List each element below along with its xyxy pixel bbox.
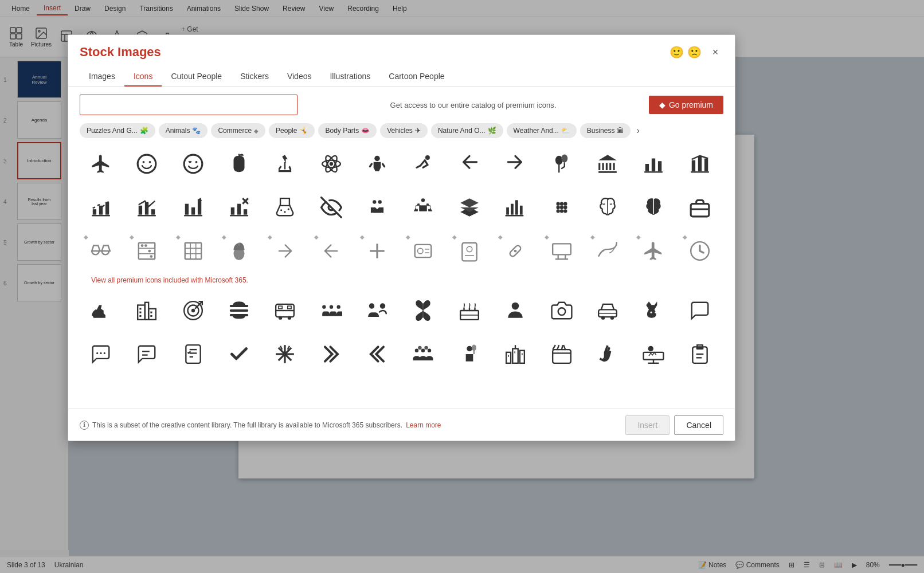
icon-premium-id-card[interactable]: ◆ [402, 230, 444, 272]
icon-brain[interactable] [586, 186, 629, 229]
icon-burger[interactable] [218, 289, 260, 332]
icon-premium-glasses[interactable]: ◆ [80, 230, 122, 272]
icon-recycle[interactable] [264, 143, 306, 185]
icon-bar-chart-1[interactable] [632, 143, 675, 185]
icon-double-chevron-right[interactable] [310, 333, 353, 375]
cat-business[interactable]: Business 🏛 [580, 123, 631, 138]
tab-cutout-people[interactable]: Cutout People [162, 67, 231, 87]
icon-balloons[interactable] [541, 143, 583, 185]
close-button[interactable]: × [707, 44, 723, 60]
icon-bar-chart-down[interactable] [80, 186, 122, 229]
icon-apple[interactable] [218, 143, 260, 185]
icon-baby[interactable] [356, 143, 398, 185]
icon-double-chevron-left[interactable] [356, 333, 398, 375]
icon-arrow-back[interactable] [448, 143, 491, 185]
icon-cake[interactable] [448, 289, 491, 332]
icon-person-balloon[interactable] [448, 333, 491, 375]
icon-bar-chart-mixed[interactable] [126, 186, 168, 229]
tab-cartoon-people[interactable]: Cartoon People [379, 67, 453, 87]
premium-link[interactable]: View all premium icons included with Mic… [91, 276, 248, 284]
icon-premium-abacus[interactable]: ◆ [126, 230, 168, 272]
tab-illustrations[interactable]: Illustrations [320, 67, 379, 87]
thumbs-up-icon[interactable]: 🙂 [669, 45, 684, 59]
tab-icons[interactable]: Icons [124, 67, 162, 87]
cat-vehicles[interactable]: Vehicles ✈ [380, 123, 428, 138]
icon-stack[interactable] [448, 186, 491, 229]
icon-meeting[interactable] [356, 186, 398, 229]
icon-person-crawling[interactable] [402, 143, 444, 185]
icon-person-silhouette[interactable] [494, 289, 537, 332]
premium-button[interactable]: ◆ Go premium [649, 96, 723, 114]
icon-group-medium[interactable] [356, 289, 398, 332]
icon-bar-chart-2[interactable] [679, 143, 721, 185]
icon-airplane[interactable] [80, 143, 122, 185]
icon-bar-chart-3[interactable] [494, 186, 537, 229]
icon-premium-field[interactable]: ◆ [586, 230, 629, 272]
cancel-button[interactable]: Cancel [674, 415, 723, 435]
icon-checklist[interactable] [172, 333, 214, 375]
icon-premium-bandage[interactable]: ◆ [494, 230, 537, 272]
icon-butterfly[interactable] [402, 289, 444, 332]
icon-checkmark[interactable] [218, 333, 260, 375]
search-input[interactable] [80, 95, 297, 115]
icon-clapping-hands[interactable] [586, 333, 629, 375]
icon-premium-arrow-left[interactable]: ◆ [310, 230, 353, 272]
icon-chat-dots[interactable] [80, 333, 122, 375]
lips-icon: 👄 [361, 127, 370, 135]
icon-chat-dots-2[interactable] [126, 333, 168, 375]
svg-point-56 [373, 200, 376, 203]
icon-premium-airplane-2[interactable]: ◆ [632, 230, 675, 272]
category-chevron-right[interactable]: › [634, 123, 641, 138]
tab-videos[interactable]: Videos [278, 67, 321, 87]
icon-chart-x[interactable] [218, 186, 260, 229]
icon-premium-id-card-2[interactable]: ◆ [448, 230, 491, 272]
icon-group-many[interactable] [310, 289, 353, 332]
icon-car[interactable] [586, 289, 629, 332]
icon-target[interactable] [172, 289, 214, 332]
icon-eye-crossed[interactable] [310, 186, 353, 229]
icon-city-skyline[interactable] [494, 333, 537, 375]
icon-briefcase[interactable] [679, 186, 721, 229]
icon-bank[interactable] [586, 143, 629, 185]
icon-chart-arrow[interactable] [172, 186, 214, 229]
icon-clapperboard[interactable] [541, 333, 583, 375]
icon-large-group[interactable] [402, 333, 444, 375]
thumbs-down-icon[interactable]: 🙁 [687, 45, 702, 59]
icon-premium-clock[interactable]: ◆ [679, 230, 721, 272]
icon-chat-bubble[interactable] [679, 289, 721, 332]
icon-weightlifter[interactable] [402, 186, 444, 229]
tab-stickers[interactable]: Stickers [231, 67, 278, 87]
icon-premium-grid-calc[interactable]: ◆ [172, 230, 214, 272]
icon-smiley-wink[interactable] [172, 143, 214, 185]
icon-atom[interactable] [310, 143, 353, 185]
tab-images[interactable]: Images [80, 67, 124, 87]
cat-weather[interactable]: Weather And... ⛅ [507, 123, 577, 138]
cat-puzzles[interactable]: Puzzles And G... 🧩 [80, 123, 155, 138]
cat-nature[interactable]: Nature And O... 🌿 [431, 123, 503, 138]
icon-premium-arrow-right[interactable]: ◆ [264, 230, 306, 272]
svg-rect-61 [515, 200, 518, 214]
icon-premium-plus[interactable]: ◆ [356, 230, 398, 272]
cat-people[interactable]: People 🤸 [269, 123, 315, 138]
cat-commerce[interactable]: Commerce ◆ [211, 123, 265, 138]
icon-cat[interactable] [632, 289, 675, 332]
insert-button[interactable]: Insert [625, 415, 669, 435]
icon-premium-billboard[interactable]: ◆ [541, 230, 583, 272]
icon-bus[interactable] [264, 289, 306, 332]
building-icon: 🏛 [617, 127, 624, 135]
icon-dots-pattern[interactable] [541, 186, 583, 229]
icon-smiley-happy[interactable] [126, 143, 168, 185]
icon-arrow-forward[interactable] [494, 143, 537, 185]
icon-clipboard[interactable] [679, 333, 721, 375]
cat-body-parts[interactable]: Body Parts 👄 [318, 123, 377, 138]
icon-brain-highlight[interactable] [632, 186, 675, 229]
icon-presenter[interactable] [632, 333, 675, 375]
cat-animals[interactable]: Animals 🐾 [159, 123, 208, 138]
icon-dinosaur[interactable] [80, 289, 122, 332]
icon-premium-acorn[interactable]: ◆ [218, 230, 260, 272]
icon-city-building[interactable] [126, 289, 168, 332]
icon-camera[interactable] [541, 289, 583, 332]
icon-starburst[interactable] [264, 333, 306, 375]
learn-more-link[interactable]: Learn more [406, 421, 441, 429]
icon-beaker[interactable] [264, 186, 306, 229]
